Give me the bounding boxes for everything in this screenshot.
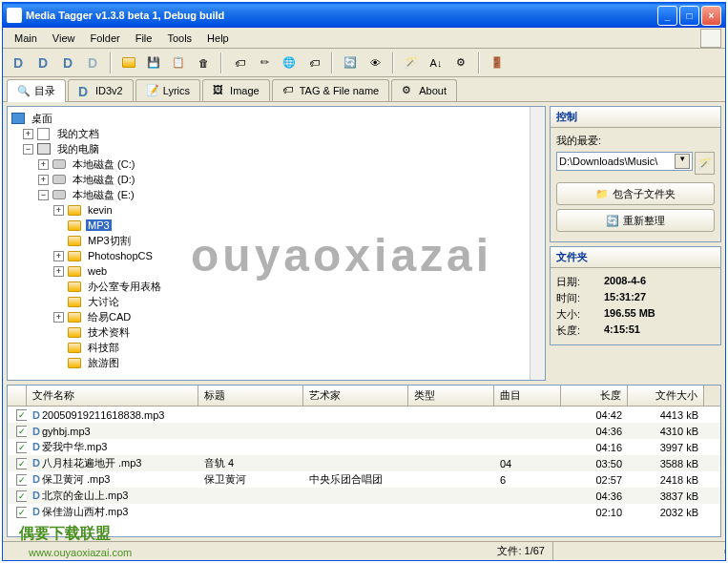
menu-folder[interactable]: Folder [83,31,128,46]
header-filesize[interactable]: 文件大小 [628,386,704,406]
header-check[interactable] [8,386,27,406]
tree-mycomputer[interactable]: −我的电脑 [11,141,541,156]
edit-icon[interactable]: ✏ [253,52,276,74]
tree-disk-d[interactable]: +本地磁盘 (D:) [11,172,541,187]
wand-icon[interactable]: 🪄 [400,52,423,74]
checkbox[interactable]: ✓ [16,458,27,469]
cell-filename: D保卫黄河 .mp3 [27,471,198,488]
table-row[interactable]: ✓ D20050919211618838.mp3 04:42 4413 kB [8,407,720,423]
cell-track [494,495,561,497]
delete-icon[interactable]: 🗑 [192,52,215,74]
tree-cad[interactable]: +给易CAD [11,309,541,324]
close-button[interactable]: × [701,6,721,26]
header-genre[interactable]: 类型 [408,386,494,406]
header-length[interactable]: 长度 [561,386,628,406]
copy-icon[interactable]: 📋 [167,52,190,74]
menu-tools[interactable]: Tools [159,31,199,46]
table-row[interactable]: ✓ D保卫黄河 .mp3 保卫黄河 中央乐团合唱团 6 02:57 2418 k… [8,471,720,488]
web-icon[interactable]: 🌐 [278,52,301,74]
tree-mp3[interactable]: MP3 [11,218,541,233]
checkbox[interactable]: ✓ [16,442,27,453]
menu-help[interactable]: Help [199,31,237,46]
minimize-button[interactable]: _ [657,6,677,26]
expander-icon[interactable]: + [38,159,49,170]
tree-travel[interactable]: 旅游图 [11,355,541,370]
sort-icon[interactable]: A↓ [425,52,447,74]
cell-genre [408,414,494,416]
tree-tech[interactable]: 技术资料 [11,324,541,340]
checkbox[interactable]: ✓ [16,474,27,486]
list-body[interactable]: ✓ D20050919211618838.mp3 04:42 4413 kB✓ … [8,407,720,536]
tree-mydocs[interactable]: +我的文档 [11,126,541,141]
tool-d3[interactable]: D [56,52,79,74]
tree-scrollbar[interactable] [530,107,545,380]
tab-catalog[interactable]: 🔍目录 [7,79,66,102]
tree-photoshopcs[interactable]: +PhotoshopCS [11,248,541,263]
menu-view[interactable]: View [45,31,83,46]
favorites-wand-button[interactable]: 🪄 [695,152,715,175]
tree-discuss[interactable]: 大讨论 [11,294,541,309]
table-row[interactable]: ✓ D北京的金山上.mp3 04:36 3837 kB [8,488,720,504]
table-row[interactable]: ✓ D爱我中华.mp3 04:16 3997 kB [8,439,720,455]
cell-genre [408,463,494,465]
folder-icon [68,282,81,292]
titlebar[interactable]: Media Tagger v1.3.8 beta 1, Debug build … [3,3,725,28]
expander-icon[interactable]: − [38,190,49,200]
favorites-combo[interactable]: D:\Downloads\Music\ ▼ [556,152,693,171]
open-icon[interactable] [117,52,140,74]
tree-kevin[interactable]: +kevin [11,202,541,218]
expander-icon[interactable]: + [38,175,49,185]
refresh-icon[interactable]: 🔄 [339,52,362,74]
menu-extra-icon[interactable] [700,29,721,48]
view-icon[interactable]: 👁 [364,52,386,74]
cell-track [494,430,561,432]
table-row[interactable]: ✓ D八月桂花遍地开 .mp3 音轨 4 04 03:50 3588 kB [8,455,720,471]
expander-icon[interactable]: + [53,266,64,277]
tree-disk-e[interactable]: −本地磁盘 (E:) [11,187,541,202]
tab-lyrics[interactable]: 📝Lyrics [135,79,200,101]
table-row[interactable]: ✓ Dgyhbj.mp3 04:36 4310 kB [8,423,720,439]
tree-mp3cut[interactable]: MP3切割 [11,233,541,248]
checkbox[interactable]: ✓ [16,409,27,421]
checkbox[interactable]: ✓ [16,490,27,502]
refresh-button[interactable]: 🔄重新整理 [556,209,715,232]
expander-icon[interactable]: + [53,312,64,323]
tag2-icon[interactable]: 🏷 [302,52,325,74]
expander-icon[interactable]: − [23,144,33,155]
tree-science[interactable]: 科技部 [11,340,541,355]
header-title[interactable]: 标题 [198,386,303,406]
tab-id3v2[interactable]: DID3v2 [68,79,134,101]
tab-tagfile[interactable]: 🏷TAG & File name [272,79,390,101]
tool-d4[interactable]: D [81,52,104,74]
save-icon[interactable]: 💾 [142,52,165,74]
table-row[interactable]: ✓ D保佳游山西村.mp3 02:10 2032 kB [8,504,720,520]
checkbox[interactable]: ✓ [16,507,27,518]
tree-desktop[interactable]: 桌面 [11,111,541,126]
expander-icon[interactable]: + [23,129,33,139]
cell-track [494,447,561,448]
date-label: 日期: [556,275,604,289]
folder-open-icon [68,220,81,231]
tab-image[interactable]: 🖼Image [202,79,270,101]
header-filename[interactable]: 文件名称 [27,386,198,406]
tag-icon[interactable]: 🏷 [228,52,251,74]
include-subfolder-button[interactable]: 📁包含子文件夹 [556,182,715,205]
tool-d2[interactable]: D [31,52,54,74]
tab-about[interactable]: ⚙About [391,79,457,101]
header-artist[interactable]: 艺术家 [303,386,408,406]
tree-office[interactable]: 办公室专用表格 [11,279,541,294]
exit-icon[interactable]: 🚪 [486,52,509,74]
tree-web[interactable]: +web [11,263,541,279]
header-track[interactable]: 曲目 [494,386,561,406]
tree-disk-c[interactable]: +本地磁盘 (C:) [11,156,541,172]
menu-file[interactable]: File [128,31,160,46]
expander-icon[interactable]: + [53,205,64,216]
checkbox[interactable]: ✓ [16,426,27,437]
expander-icon[interactable]: + [53,251,64,261]
folder-tree[interactable]: 桌面 +我的文档 −我的电脑 +本地磁盘 (C:) +本地磁盘 (D:) −本地… [7,106,546,381]
maximize-button[interactable]: □ [679,6,699,26]
menu-main[interactable]: Main [7,31,45,46]
settings-icon[interactable]: ⚙ [449,52,472,74]
chevron-down-icon[interactable]: ▼ [675,154,690,169]
tool-d1[interactable]: D [7,52,30,74]
